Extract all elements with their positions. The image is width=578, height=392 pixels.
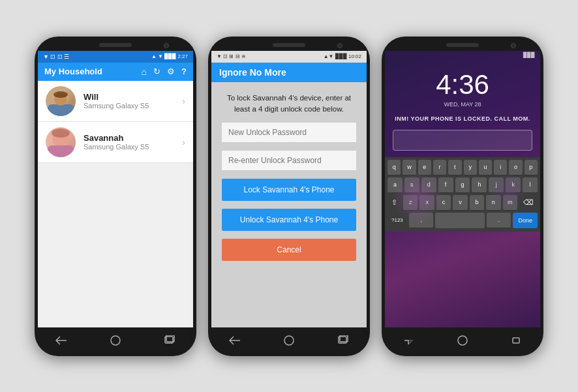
will-name: Will bbox=[84, 92, 182, 102]
key-p[interactable]: p bbox=[525, 160, 538, 175]
camera-2 bbox=[337, 43, 342, 48]
key-q[interactable]: q bbox=[388, 160, 401, 175]
reenter-password-input[interactable] bbox=[222, 151, 356, 171]
phone-3-screen: ▉▉▉ 4:36 WED, MAY 28 INM! YOUR PHONE IS … bbox=[385, 51, 540, 327]
lock-phone-button[interactable]: Lock Savannah 4's Phone bbox=[222, 179, 356, 201]
key-g[interactable]: g bbox=[455, 177, 470, 193]
chevron-savannah: › bbox=[182, 137, 185, 147]
new-password-input[interactable] bbox=[222, 123, 356, 143]
lockscreen-time: 4:36 bbox=[436, 71, 489, 98]
phone-1-screen: ▼ ⊡ ⊡ ☰ ▲ ▼ ▉▉▉ 2:27 My Household ⌂ ↻ ⚙ … bbox=[38, 51, 193, 327]
list-item-will[interactable]: Will Samsung Galaxy S5 › bbox=[38, 81, 193, 122]
toolbar-2: Ignore No More bbox=[211, 63, 367, 82]
list-info-will: Will Samsung Galaxy S5 bbox=[84, 92, 182, 110]
key-period[interactable]: . bbox=[487, 213, 511, 228]
toolbar-1: My Household ⌂ ↻ ⚙ ? bbox=[38, 63, 193, 81]
status-right-1: ▲ ▼ ▉▉▉ 2:27 bbox=[151, 53, 188, 59]
phone-1-top bbox=[35, 37, 196, 51]
phone-2-bottom bbox=[208, 327, 370, 356]
phone-2: ▼ ⊡ ⊞ ⊟ ≋ ▲▼ ▉▉▉ 10:02 Ignore No More To… bbox=[208, 37, 370, 356]
recents-button-1[interactable] bbox=[160, 334, 179, 347]
status-left-2: ▼ ⊡ ⊞ ⊟ ≋ bbox=[217, 53, 246, 59]
phone-3-top bbox=[382, 37, 543, 51]
camera-1 bbox=[164, 43, 169, 48]
avatar-savannah bbox=[46, 127, 76, 157]
camera-3 bbox=[511, 43, 516, 48]
home-button-3[interactable] bbox=[453, 334, 472, 347]
key-b[interactable]: b bbox=[470, 195, 484, 211]
dialog-body: To lock Savannah 4's device, enter at le… bbox=[211, 82, 367, 327]
avatar-will bbox=[46, 86, 76, 116]
help-icon[interactable]: ? bbox=[181, 67, 187, 77]
svg-point-6 bbox=[458, 336, 467, 345]
back-button-2[interactable] bbox=[226, 334, 244, 347]
status-right-2: ▲▼ ▉▉▉ 10:02 bbox=[324, 53, 361, 59]
glow-decoration-2 bbox=[488, 171, 527, 210]
lockscreen-password-input[interactable] bbox=[393, 130, 532, 151]
list-info-savannah: Savannah Samsung Galaxy S5 bbox=[84, 133, 182, 151]
back-button-1[interactable] bbox=[52, 334, 70, 347]
home-button-2[interactable] bbox=[280, 334, 298, 347]
key-u[interactable]: u bbox=[479, 160, 492, 175]
will-device: Samsung Galaxy S5 bbox=[84, 102, 182, 110]
lockscreen-date: WED, MAY 28 bbox=[444, 101, 481, 108]
key-v[interactable]: v bbox=[453, 195, 467, 211]
home-button-1[interactable] bbox=[106, 334, 125, 347]
settings-icon[interactable]: ⚙ bbox=[167, 67, 175, 77]
refresh-icon[interactable]: ↻ bbox=[153, 67, 160, 77]
recents-button-2[interactable] bbox=[334, 334, 352, 347]
phone-3-bottom bbox=[382, 327, 543, 356]
lockscreen: ▉▉▉ 4:36 WED, MAY 28 INM! YOUR PHONE IS … bbox=[385, 51, 540, 327]
svg-point-0 bbox=[111, 336, 120, 345]
status-left-1: ▼ ⊡ ⊡ ☰ bbox=[43, 53, 69, 60]
phones-container: ▼ ⊡ ⊡ ☰ ▲ ▼ ▉▉▉ 2:27 My Household ⌂ ↻ ⚙ … bbox=[0, 30, 578, 363]
key-t[interactable]: t bbox=[448, 160, 461, 175]
toolbar-icons-1: ⌂ ↻ ⚙ ? bbox=[142, 67, 187, 77]
phone-2-screen: ▼ ⊡ ⊞ ⊟ ≋ ▲▼ ▉▉▉ 10:02 Ignore No More To… bbox=[211, 51, 367, 327]
status-bar-2: ▼ ⊡ ⊞ ⊟ ≋ ▲▼ ▉▉▉ 10:02 bbox=[211, 51, 367, 63]
speaker-2 bbox=[273, 43, 305, 47]
glow-decoration-1 bbox=[391, 171, 444, 223]
status-bar-1: ▼ ⊡ ⊡ ☰ ▲ ▼ ▉▉▉ 2:27 bbox=[38, 51, 193, 63]
svg-rect-7 bbox=[513, 338, 519, 343]
gray-section-1 bbox=[38, 163, 193, 327]
lockscreen-status-icons: ▉▉▉ bbox=[523, 52, 535, 58]
unlock-phone-button[interactable]: Unlock Savannah 4's Phone bbox=[222, 209, 356, 231]
svg-point-3 bbox=[284, 336, 294, 345]
lockscreen-status: ▉▉▉ bbox=[385, 51, 540, 59]
speaker-3 bbox=[446, 43, 479, 47]
cancel-button[interactable]: Cancel bbox=[222, 239, 356, 261]
phone-3: ▉▉▉ 4:36 WED, MAY 28 INM! YOUR PHONE IS … bbox=[382, 37, 543, 356]
key-space[interactable] bbox=[435, 213, 484, 228]
key-y[interactable]: y bbox=[464, 160, 477, 175]
lockscreen-message: INM! YOUR PHONE IS LOCKED. CALL MOM. bbox=[388, 115, 537, 122]
key-r[interactable]: r bbox=[433, 160, 446, 175]
list-item-savannah[interactable]: Savannah Samsung Galaxy S5 › bbox=[38, 122, 193, 163]
home-icon[interactable]: ⌂ bbox=[142, 67, 147, 77]
toolbar-title-2: Ignore No More bbox=[219, 67, 286, 78]
savannah-name: Savannah bbox=[84, 133, 182, 143]
speaker-1 bbox=[99, 43, 132, 47]
phone-2-top bbox=[208, 37, 370, 51]
key-done[interactable]: Done bbox=[513, 213, 538, 228]
chevron-will: › bbox=[182, 96, 185, 106]
back-button-3[interactable] bbox=[399, 334, 418, 347]
recents-button-3[interactable] bbox=[508, 334, 526, 347]
dialog-description: To lock Savannah 4's device, enter at le… bbox=[222, 93, 356, 115]
phone-1-bottom bbox=[35, 327, 196, 356]
key-h[interactable]: h bbox=[472, 177, 487, 193]
toolbar-title-1: My Household bbox=[44, 67, 102, 76]
phone-1: ▼ ⊡ ⊡ ☰ ▲ ▼ ▉▉▉ 2:27 My Household ⌂ ↻ ⚙ … bbox=[35, 37, 196, 356]
savannah-device: Samsung Galaxy S5 bbox=[84, 143, 182, 151]
